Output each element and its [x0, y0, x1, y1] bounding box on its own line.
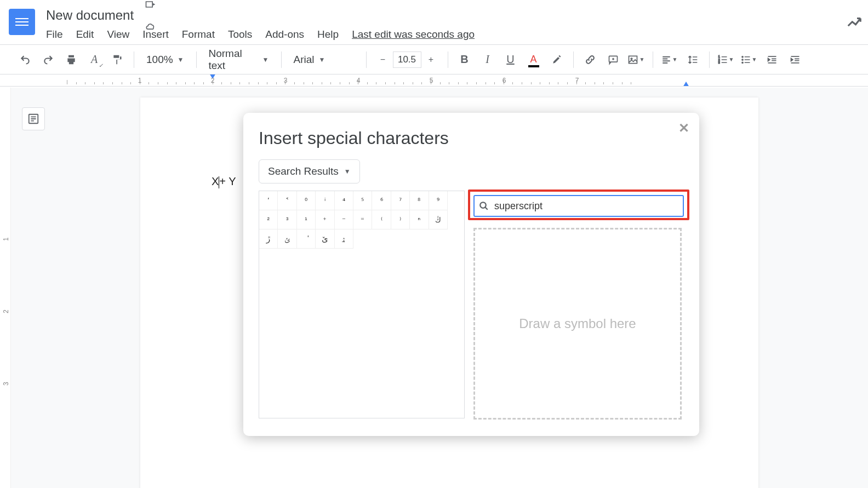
bold-button[interactable]: B	[455, 50, 475, 70]
chevron-down-icon: ▼	[178, 56, 184, 64]
svg-point-7	[741, 59, 743, 60]
menu-file[interactable]: File	[46, 28, 63, 41]
line-spacing-button[interactable]	[683, 50, 703, 70]
explore-icon[interactable]	[846, 14, 863, 31]
search-highlight-box	[468, 190, 689, 220]
print-button[interactable]	[61, 50, 81, 70]
character-cell[interactable]: ⁿ	[410, 210, 429, 229]
redo-button[interactable]	[38, 50, 58, 70]
underline-button[interactable]: U	[501, 50, 521, 70]
close-button[interactable]: ✕	[678, 120, 689, 136]
menu-bar: File Edit View Insert Format Tools Add-o…	[46, 28, 859, 41]
zoom-select[interactable]: 100%▼	[141, 54, 190, 66]
svg-text:3: 3	[718, 60, 719, 64]
decrease-font-size-button[interactable]: −	[373, 50, 393, 70]
paint-format-button[interactable]	[107, 50, 127, 70]
draw-placeholder-text: Draw a symbol here	[519, 316, 636, 331]
spellcheck-button[interactable]: A✓	[84, 50, 104, 70]
ruler-number: 7	[575, 77, 579, 84]
character-cell[interactable]: ڭ	[429, 210, 448, 229]
add-comment-button[interactable]	[603, 50, 623, 70]
special-characters-dialog: ✕ Insert special characters Search Resul…	[243, 113, 699, 436]
font-size-input[interactable]	[393, 51, 421, 68]
menu-insert[interactable]: Insert	[142, 28, 169, 41]
ruler-number: 1	[138, 77, 142, 84]
menu-view[interactable]: View	[107, 28, 129, 41]
character-cell[interactable]: ⁷	[391, 191, 410, 210]
character-cell[interactable]: ⁱ	[316, 191, 334, 210]
character-cell[interactable]: ⁰	[297, 191, 316, 210]
character-cell[interactable]: ʹ	[259, 191, 278, 210]
ruler-number: 2	[211, 77, 215, 84]
document-title[interactable]: New document	[46, 8, 134, 23]
ruler-number: 4	[357, 77, 361, 84]
vruler-number: 2	[2, 309, 10, 313]
search-icon	[479, 201, 489, 211]
search-input[interactable]	[494, 200, 678, 212]
italic-button[interactable]: I	[478, 50, 498, 70]
character-cell[interactable]: ⁵	[353, 191, 372, 210]
ruler-number: 5	[430, 77, 433, 84]
character-cell[interactable]: ݵ	[278, 229, 296, 249]
character-cell[interactable]: ²	[259, 210, 278, 229]
outline-toggle-button[interactable]	[22, 107, 45, 130]
vruler-number: 3	[2, 382, 10, 386]
chevron-down-icon: ▼	[344, 168, 351, 175]
font-select[interactable]: Arial▼	[288, 54, 359, 66]
character-cell[interactable]: ⁻	[335, 210, 353, 229]
character-cell[interactable]: ۿ	[335, 229, 353, 249]
menu-addons[interactable]: Add-ons	[265, 28, 304, 41]
increase-font-size-button[interactable]: +	[421, 50, 441, 70]
character-cell[interactable]: ⁽	[372, 210, 391, 229]
header: New document ☆ File Edit View Insert For…	[0, 0, 868, 45]
character-cell[interactable]: ێ	[316, 229, 334, 249]
highlight-button[interactable]	[547, 50, 567, 70]
undo-button[interactable]	[15, 50, 35, 70]
character-results-grid: ʹ˂⁰ⁱ⁴⁵⁶⁷⁸⁹²³¹⁺⁻⁼⁽⁾ⁿڭڙݵٝێۿ	[259, 191, 465, 418]
character-cell[interactable]: ⁹	[429, 191, 448, 210]
menu-help[interactable]: Help	[317, 28, 339, 41]
ruler-number: 6	[502, 77, 506, 84]
text-color-button[interactable]: A	[524, 50, 544, 70]
last-edit-link[interactable]: Last edit was seconds ago	[352, 28, 475, 41]
right-indent-marker[interactable]	[683, 82, 689, 87]
dialog-title: Insert special characters	[243, 113, 699, 148]
svg-point-8	[741, 62, 743, 63]
character-cell[interactable]: ˂	[278, 191, 296, 210]
move-icon[interactable]	[145, 0, 161, 10]
menu-tools[interactable]: Tools	[228, 28, 252, 41]
svg-point-6	[741, 56, 743, 57]
toolbar: A✓ 100%▼ Normal text▼ Arial▼ − + B I U A…	[0, 45, 868, 74]
category-dropdown[interactable]: Search Results▼	[259, 159, 360, 183]
horizontal-ruler[interactable]: 1234567	[0, 74, 868, 87]
character-cell[interactable]: ⁺	[316, 210, 334, 229]
character-cell[interactable]: ¹	[297, 210, 316, 229]
paragraph-style-select[interactable]: Normal text▼	[203, 48, 275, 72]
character-cell[interactable]: ڙ	[259, 229, 278, 249]
align-button[interactable]: ▼	[660, 50, 679, 70]
decrease-indent-button[interactable]	[762, 50, 782, 70]
insert-image-button[interactable]: ▼	[626, 50, 646, 70]
menu-edit[interactable]: Edit	[76, 28, 94, 41]
character-cell[interactable]: ⁸	[410, 191, 429, 210]
character-cell[interactable]: ³	[278, 210, 296, 229]
draw-symbol-area[interactable]: Draw a symbol here	[473, 228, 682, 420]
svg-point-2	[631, 58, 632, 60]
vruler-number: 1	[2, 237, 10, 241]
vertical-ruler[interactable]: 123	[0, 88, 11, 488]
ruler-number: 3	[284, 77, 288, 84]
chevron-down-icon: ▼	[319, 56, 326, 64]
character-cell[interactable]: ٝ	[297, 229, 316, 249]
increase-indent-button[interactable]	[785, 50, 805, 70]
character-cell[interactable]: ⁶	[372, 191, 391, 210]
docs-logo[interactable]	[9, 9, 35, 35]
document-content[interactable]: X+ Y	[212, 175, 236, 188]
numbered-list-button[interactable]: 123▼	[716, 50, 736, 70]
character-cell[interactable]: ⁾	[391, 210, 410, 229]
menu-format[interactable]: Format	[182, 28, 215, 41]
insert-link-button[interactable]	[580, 50, 600, 70]
character-cell[interactable]: ⁼	[353, 210, 372, 229]
character-cell[interactable]: ⁴	[335, 191, 353, 210]
chevron-down-icon: ▼	[262, 56, 269, 64]
bulleted-list-button[interactable]: ▼	[739, 50, 759, 70]
